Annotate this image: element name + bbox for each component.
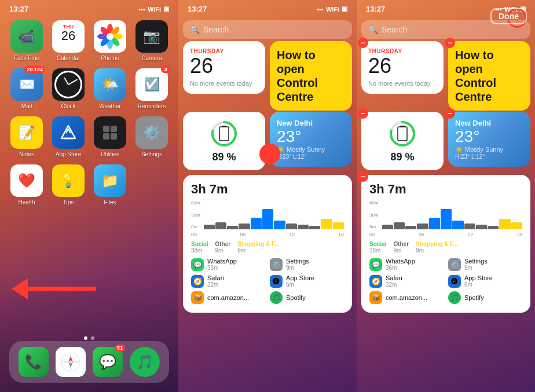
st-app-settings-r: ⚙️ Settings 9m	[448, 256, 522, 273]
app-appstore[interactable]: App Store	[51, 116, 86, 157]
app-reminders[interactable]: ☑️ 3 Reminders	[134, 68, 169, 109]
spotify-name-r: Spotify	[464, 294, 484, 301]
safari-time-m: 32m	[207, 281, 224, 288]
clock-icon	[52, 68, 85, 101]
signal-icon: ▪▪▪	[138, 6, 145, 13]
st-chart-m: 60m 30m 0m	[191, 200, 344, 229]
app-photos[interactable]: Photos	[93, 20, 127, 61]
app-settings[interactable]: ⚙️ Settings	[134, 116, 169, 157]
screentime-widget-right[interactable]: 3h 7m 60m 30m 0m	[361, 175, 530, 313]
chart-bars	[204, 209, 344, 229]
search-icon-middle: 🔍	[190, 25, 200, 34]
st-app-list-r: 💬 WhatsApp 36m ⚙️ Settings 9	[369, 256, 522, 306]
battery-pct-r: 89 %	[390, 151, 414, 163]
wifi-icon: WiFi	[148, 6, 161, 13]
st-cat-shopping-r: Shopping & F... 9m	[416, 241, 457, 254]
spotify-icon-st-r: 🎵	[448, 291, 461, 304]
done-button[interactable]: Done	[490, 8, 527, 24]
svg-point-9	[107, 33, 113, 40]
dock-messages[interactable]: 💬 51	[93, 347, 123, 377]
st-app-amazon-r: 📦 com.amazon...	[369, 290, 444, 306]
svg-point-24	[265, 149, 274, 159]
weather-label: Weather	[99, 103, 121, 109]
app-camera[interactable]: 📷 Camera	[134, 20, 169, 61]
st-app-safari-r: 🧭 Safari 32m	[369, 273, 444, 290]
svg-rect-13	[103, 133, 109, 140]
appstore-icon-st-m: 🅐	[270, 275, 283, 288]
app-utilities[interactable]: Utilities	[93, 116, 127, 157]
battery-ring-svg-r	[387, 119, 417, 149]
battery-minus-badge[interactable]: −	[358, 108, 368, 119]
camera-icon: 📷	[135, 20, 168, 53]
dock-spotify[interactable]: 🎵	[130, 347, 160, 377]
whatsapp-time-m: 36m	[207, 265, 237, 271]
widget-row-1-middle: THURSDAY 26 No more events today How to …	[178, 41, 357, 111]
battery-widget-wrapper-r: − 89 %	[361, 112, 444, 170]
status-bar-right: 13:27 ▪▪▪ WiFi ▣ + Done	[357, 0, 535, 16]
weather-widget-right[interactable]: New Delhi 23° ☀️ Mostly Sunny H:23° L:12…	[448, 112, 530, 167]
app-mail[interactable]: ✉️ 20.124 Mail	[9, 68, 44, 109]
facetime-icon: 📹	[10, 20, 43, 53]
settings-name-r: Settings	[464, 258, 488, 265]
calendar-widget-middle[interactable]: THURSDAY 26 No more events today	[183, 41, 265, 94]
st-app-row-3: 📦 com.amazon... 🎵 Spotify	[191, 290, 344, 306]
appstore-label: App Store	[56, 151, 81, 157]
calendar-widget-right[interactable]: THURSDAY 26 No more events today	[361, 41, 444, 94]
weather-widget-middle[interactable]: New Delhi 23° ☀️ Mostly Sunny H:23° L:12…	[270, 112, 352, 167]
safari-icon	[56, 347, 86, 377]
note-widget-right[interactable]: How to open Control Centre	[448, 41, 530, 111]
tips-icon: 💡	[52, 164, 85, 197]
spotify-icon-st-m: 🎵	[270, 291, 283, 304]
reminders-badge: 3	[161, 66, 170, 73]
photos-icon	[94, 20, 126, 53]
widget-row-1-right: − THURSDAY 26 No more events today − How…	[357, 41, 535, 111]
app-facetime[interactable]: 📹 FaceTime	[9, 20, 44, 61]
app-health[interactable]: ❤️ Health	[9, 164, 44, 206]
mail-icon: ✉️ 20.124	[10, 68, 43, 101]
safari-icon-st-m: 🧭	[191, 275, 204, 288]
camera-label: Camera	[141, 55, 162, 61]
note-widget-middle[interactable]: How to open Control Centre	[270, 41, 352, 111]
st-app-whatsapp: 💬 WhatsApp 36m	[191, 256, 265, 273]
battery-widget-middle[interactable]: 89 %	[183, 112, 265, 170]
battery-pct-m: 89 %	[212, 151, 236, 163]
battery-widget-right[interactable]: 89 %	[361, 112, 444, 170]
screentime-widget-middle[interactable]: 3h 7m 60m 30m 0m	[183, 175, 352, 313]
note-text-r: How to open Control Centre	[455, 48, 523, 104]
st-cat-social: Social 38m	[191, 241, 208, 254]
messages-badge: 51	[115, 345, 125, 351]
arrow-head	[12, 279, 28, 299]
weather-hilo-r: H:23° L:12°	[455, 153, 523, 160]
widget-row-2-right: − 89 % − New Delhi 23° ☀️ Mostly Sunny	[357, 112, 535, 170]
middle-panel: 13:27 ▪▪▪ WiFi ▣ 🔍 Search THURSDAY 26 No…	[178, 0, 357, 392]
reminders-icon: ☑️ 3	[135, 68, 168, 101]
phone-left-panel: 13:27 ▪▪▪ WiFi ▣ 📹 FaceTime THU 26 Calen…	[0, 0, 178, 392]
clock-label: Clock	[61, 103, 75, 109]
weather-minus-badge[interactable]: −	[445, 108, 455, 119]
app-files[interactable]: 📁 Files	[93, 164, 127, 206]
note-widget-wrapper-m: How to open Control Centre	[270, 41, 352, 111]
whatsapp-name-m: WhatsApp	[207, 258, 237, 265]
status-icons-left: ▪▪▪ WiFi ▣	[138, 5, 169, 13]
screentime-minus-badge[interactable]: −	[358, 171, 368, 182]
app-calendar[interactable]: THU 26 Calendar	[51, 20, 86, 61]
amazon-icon-st-r: 📦	[369, 291, 382, 304]
appstore-time-r: 6m	[464, 281, 493, 288]
amazon-icon-st-m: 📦	[191, 291, 204, 304]
search-bar-middle[interactable]: 🔍 Search	[183, 20, 352, 39]
app-weather[interactable]: 🌤️ Weather	[93, 68, 127, 109]
note-minus-badge[interactable]: −	[445, 38, 455, 48]
dock-safari[interactable]	[56, 347, 86, 377]
photos-label: Photos	[101, 55, 119, 61]
amazon-name-m: com.amazon...	[207, 294, 249, 301]
safari-name-m: Safari	[207, 274, 224, 281]
whatsapp-icon-m: 💬	[191, 258, 204, 271]
app-clock[interactable]: Clock	[51, 68, 86, 109]
page-dots	[0, 336, 178, 340]
app-tips[interactable]: 💡 Tips	[51, 164, 86, 206]
weather-icon: 🌤️	[94, 68, 126, 101]
dock-phone[interactable]: 📞	[19, 347, 49, 377]
utilities-icon	[94, 116, 126, 149]
calendar-minus-badge[interactable]: −	[358, 38, 368, 48]
app-notes[interactable]: 📝 Notes	[9, 116, 44, 157]
